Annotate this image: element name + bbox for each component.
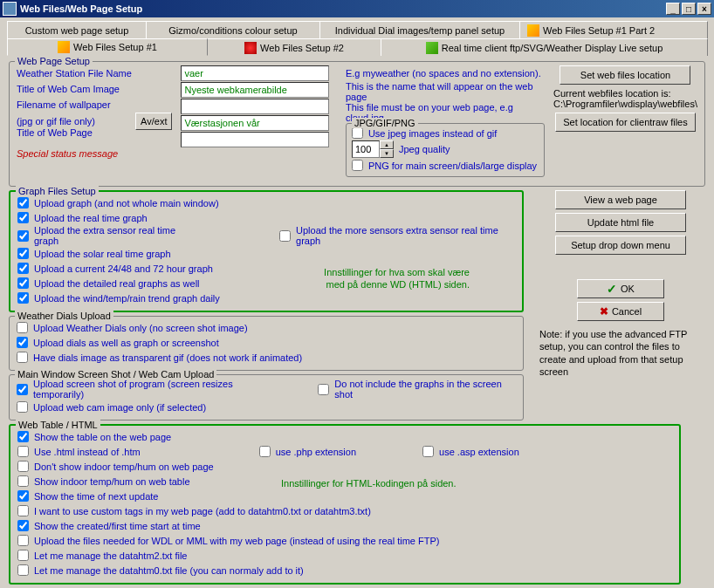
- upload-solar-checkbox[interactable]: [17, 248, 29, 259]
- home-icon: [58, 41, 70, 53]
- tab-web-files-2[interactable]: Web Files Setup #2: [207, 38, 381, 56]
- tab-gizmo-colour[interactable]: Gizmo/conditions colour setup: [146, 21, 320, 38]
- page-title-input[interactable]: [181, 115, 329, 131]
- wallpaper-label: Filename of wallpaper: [17, 99, 111, 110]
- tab-web-files-1[interactable]: Web Files Setup #1: [7, 38, 208, 56]
- upload-detailed-real-checkbox[interactable]: [17, 277, 29, 289]
- tab-realtime-ftp[interactable]: Real time client ftp/SVG/Weather Display…: [381, 38, 708, 56]
- home-icon: [527, 24, 539, 37]
- x-icon: [600, 305, 608, 318]
- manage-datahtm2-checkbox[interactable]: [17, 550, 29, 561]
- maximize-button[interactable]: □: [682, 3, 696, 15]
- globe-icon: [426, 42, 438, 54]
- show-next-update-checkbox[interactable]: [17, 490, 29, 502]
- set-clientraw-location-button[interactable]: Set location for clientraw files: [555, 113, 695, 132]
- tabs: Custom web page setup Gizmo/conditions c…: [0, 17, 714, 56]
- use-html-checkbox[interactable]: [17, 446, 29, 457]
- no-graphs-screenshot-checkbox[interactable]: [318, 384, 329, 395]
- use-jpeg-checkbox[interactable]: [352, 127, 363, 139]
- upload-webcam-only-checkbox[interactable]: [17, 401, 28, 413]
- tab-dial-images[interactable]: Individual Dial images/temp panel setup: [319, 21, 520, 38]
- upload-dials-only-checkbox[interactable]: [17, 322, 28, 333]
- use-asp-checkbox[interactable]: [422, 446, 434, 457]
- special-status-input[interactable]: [181, 132, 329, 147]
- set-web-files-location-button[interactable]: Set web files location: [560, 65, 690, 85]
- home-icon: [244, 42, 257, 54]
- upload-wind-temp-rain-checkbox[interactable]: [17, 292, 29, 304]
- titlebar: Web Files/Web Page Setup _ □ ×: [0, 0, 714, 17]
- upload-wdl-mml-checkbox[interactable]: [17, 535, 29, 546]
- no-indoor-webpage-checkbox[interactable]: [17, 461, 29, 472]
- web-page-setup-group: Web Page Setup Weather Station File Name…: [9, 61, 705, 187]
- setup-dropdown-button[interactable]: Setup drop down menu: [555, 236, 686, 255]
- web-table-group: Web Table / HTML Show the table on the w…: [9, 424, 681, 585]
- dials-transparent-gif-checkbox[interactable]: [17, 352, 28, 363]
- upload-extra-sensor-checkbox[interactable]: [17, 230, 29, 242]
- upload-screenshot-checkbox[interactable]: [17, 384, 28, 395]
- show-created-time-checkbox[interactable]: [17, 520, 29, 531]
- check-icon: [607, 282, 617, 296]
- upload-graph-checkbox[interactable]: [17, 197, 29, 209]
- main-window-group: Main Window Screen Shot / Web Cam Upload…: [9, 374, 524, 420]
- minimize-button[interactable]: _: [666, 3, 680, 15]
- webcam-title-input[interactable]: [181, 82, 329, 98]
- upload-realtime-graph-checkbox[interactable]: [17, 212, 29, 223]
- spin-down[interactable]: ▼: [380, 149, 394, 158]
- indoor-webtable-checkbox[interactable]: [17, 475, 29, 487]
- av-ext-button[interactable]: Av/ext: [135, 113, 172, 130]
- spin-up[interactable]: ▲: [380, 140, 394, 149]
- tab-web-files-part2[interactable]: Web Files Setup #1 Part 2: [519, 21, 708, 38]
- close-button[interactable]: ×: [697, 3, 711, 15]
- ws-filename-label: Weather Station File Name: [17, 68, 132, 79]
- view-web-page-button[interactable]: View a web page: [555, 190, 686, 209]
- update-html-button[interactable]: Update html file: [555, 213, 686, 232]
- cancel-button[interactable]: Cancel: [577, 302, 664, 321]
- wallpaper-input[interactable]: [181, 99, 329, 114]
- manage-datahtm0-checkbox[interactable]: [17, 564, 29, 576]
- page-title-label: Title of Web Page: [17, 127, 93, 138]
- webcam-title-label: Title of Web Cam Image: [17, 84, 120, 94]
- ws-filename-input[interactable]: [181, 65, 329, 81]
- weather-dials-group: Weather Dials Upload Upload Weather Dial…: [9, 316, 524, 371]
- graph-files-group: Graph Files Setup Upload graph (and not …: [9, 190, 524, 312]
- app-icon: [3, 2, 17, 16]
- special-status-label: Special status message: [17, 148, 118, 159]
- ftp-note: Note: if you use the advanced FTP setup,…: [536, 325, 705, 381]
- upload-more-sensors-checkbox[interactable]: [279, 230, 291, 242]
- window-title: Web Files/Web Page Setup: [20, 3, 142, 14]
- custom-tags-checkbox[interactable]: [17, 505, 29, 516]
- jpeg-quality-input[interactable]: [352, 140, 380, 158]
- png-main-checkbox[interactable]: [352, 160, 363, 171]
- use-php-checkbox[interactable]: [259, 446, 271, 457]
- upload-24-48-72-checkbox[interactable]: [17, 263, 29, 274]
- tab-custom-web-page[interactable]: Custom web page setup: [7, 21, 147, 38]
- show-table-checkbox[interactable]: [17, 431, 29, 442]
- ok-button[interactable]: OK: [577, 279, 664, 298]
- upload-dials-graph-checkbox[interactable]: [17, 337, 28, 348]
